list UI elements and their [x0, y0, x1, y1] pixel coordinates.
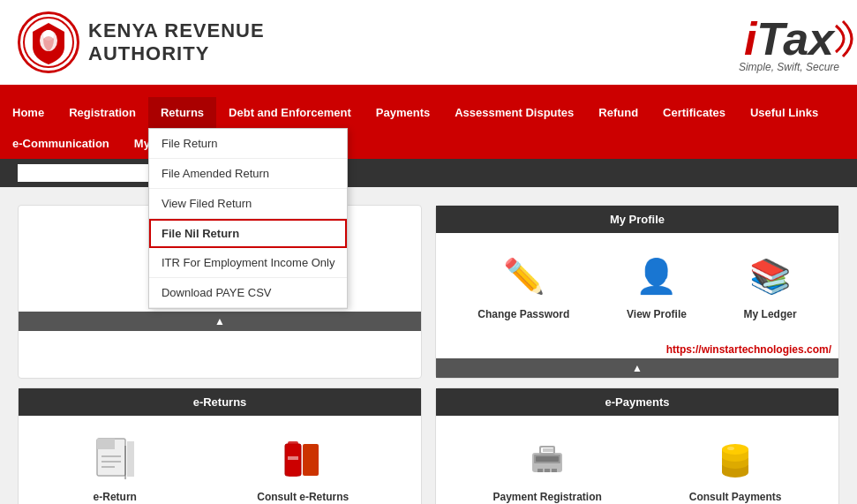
svg-rect-20: [552, 469, 557, 472]
svg-rect-17: [536, 456, 559, 462]
consult-payments-label: Consult Payments: [689, 491, 782, 503]
kra-logo-emblem: [18, 11, 79, 73]
view-profile-item[interactable]: 👤 View Profile: [627, 252, 687, 320]
top-cards-row: ⏻ e-Dormant ▲ My Profile ✏️ Change Passw…: [18, 205, 839, 379]
change-password-label: Change Password: [477, 308, 569, 320]
nav-refund[interactable]: Refund: [586, 97, 650, 128]
e-payments-header: e-Payments: [436, 388, 838, 416]
e-returns-header: e-Returns: [19, 388, 421, 416]
e-returns-card: e-Returns: [18, 387, 422, 504]
pencil-icon: ✏️: [500, 252, 548, 301]
my-profile-card: My Profile ✏️ Change Password 👤 View Pro…: [435, 205, 839, 379]
svg-rect-9: [127, 441, 134, 477]
my-profile-card-body: ✏️ Change Password 👤 View Profile 📚 My L…: [436, 233, 838, 339]
dropdown-download-paye[interactable]: Download PAYE CSV: [149, 278, 348, 308]
consult-e-returns-label: Consult e-Returns: [257, 491, 349, 503]
login-input[interactable]: [18, 164, 159, 182]
e-return-item[interactable]: e-Return: [91, 435, 139, 503]
svg-rect-4: [97, 439, 115, 449]
svg-point-31: [722, 444, 748, 455]
dropdown-itr-employment[interactable]: ITR For Employment Income Only: [149, 248, 348, 278]
e-dormant-arrow-icon: ▲: [214, 315, 225, 327]
my-profile-header: My Profile: [436, 206, 838, 233]
ledger-icon: 📚: [746, 252, 794, 301]
coins-icon: [711, 435, 760, 484]
nav-returns-container: Returns File Return File Amended Return …: [148, 97, 216, 128]
kra-text: Kenya Revenue Authority: [88, 19, 265, 66]
e-dormant-footer[interactable]: ▲: [19, 312, 421, 331]
login-bar: - Last Login : JAN 06, 2025 02:55:21: [0, 159, 857, 187]
svg-rect-13: [303, 444, 319, 476]
my-profile-footer[interactable]: ▲: [436, 358, 838, 378]
view-profile-label: View Profile: [627, 308, 687, 320]
nav-useful[interactable]: Useful Links: [738, 97, 831, 128]
watermark-row: https://winstartechnologies.com/: [436, 339, 838, 358]
consult-payments-item[interactable]: Consult Payments: [689, 435, 782, 503]
consult-e-returns-item[interactable]: Consult e-Returns: [257, 435, 349, 503]
itax-tax: Tax: [756, 12, 834, 65]
returns-dropdown: File Return File Amended Return View Fil…: [148, 128, 349, 309]
svg-rect-19: [545, 469, 550, 472]
e-returns-card-body: e-Return Consult e-Returns: [19, 416, 421, 504]
svg-rect-18: [538, 469, 543, 472]
nav-home[interactable]: Home: [0, 97, 56, 128]
kra-name-line1: Kenya Revenue: [88, 19, 265, 42]
svg-rect-14: [288, 456, 298, 460]
nav-bar-2: e-Communication My: [0, 128, 857, 159]
kra-name-line2: Authority: [88, 42, 265, 65]
itax-logo: i Tax Simple, Swift, Secure: [739, 12, 839, 73]
nav-certificates[interactable]: Certificates: [650, 97, 738, 128]
my-ledger-item[interactable]: 📚 My Ledger: [744, 252, 797, 320]
profile-icon: 👤: [632, 252, 680, 301]
dropdown-file-amended[interactable]: File Amended Return: [149, 159, 348, 189]
dropdown-file-nil[interactable]: File Nil Return: [149, 219, 348, 248]
nav-returns[interactable]: Returns: [148, 97, 216, 128]
page-header: Kenya Revenue Authority i Tax Simple, Sw…: [0, 0, 857, 88]
svg-rect-22: [541, 448, 553, 453]
nav-ecomm[interactable]: e-Communication: [0, 128, 122, 159]
e-payments-card-body: Payment Registration: [436, 416, 838, 504]
e-payments-card: e-Payments: [435, 387, 839, 504]
watermark-url: https://winstartechnologies.com/: [666, 343, 831, 356]
nav-bar: Home Registration Returns File Return Fi…: [0, 97, 857, 128]
nav-assessment[interactable]: Assessment Disputes: [442, 97, 586, 128]
payment-registration-label: Payment Registration: [492, 491, 601, 503]
my-ledger-label: My Ledger: [744, 308, 797, 320]
my-profile-arrow-icon: ▲: [632, 362, 643, 374]
nav-debt[interactable]: Debt and Enforcement: [216, 97, 364, 128]
svg-point-32: [727, 447, 734, 450]
payment-registration-item[interactable]: Payment Registration: [492, 435, 601, 503]
nav-payments[interactable]: Payments: [364, 97, 442, 128]
nav-registration[interactable]: Registration: [56, 97, 148, 128]
itax-i: i: [744, 12, 756, 65]
e-return-label: e-Return: [94, 491, 137, 503]
dropdown-file-return[interactable]: File Return: [149, 129, 348, 159]
bottom-cards-row: e-Returns: [18, 387, 839, 504]
dropdown-view-filed[interactable]: View Filed Return: [149, 189, 348, 219]
register-icon: [523, 435, 572, 484]
change-password-item[interactable]: ✏️ Change Password: [477, 252, 569, 320]
binder-icon: [279, 435, 327, 484]
main-content: ⏻ e-Dormant ▲ My Profile ✏️ Change Passw…: [0, 187, 857, 504]
doc-icon: [91, 435, 139, 484]
kra-logo: Kenya Revenue Authority: [18, 11, 265, 73]
